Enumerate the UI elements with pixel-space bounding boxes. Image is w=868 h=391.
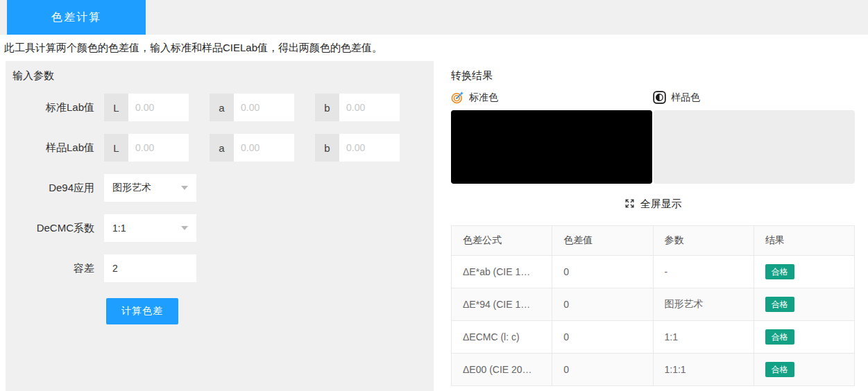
result-cell: 合格	[754, 256, 854, 288]
formula-cell: ΔE00 (CIE 20…	[452, 354, 552, 386]
standard-color-swatch	[451, 110, 652, 184]
table-row: ΔE*ab (CIE 1… 0 - 合格	[452, 256, 855, 288]
sample-l-input[interactable]	[128, 134, 189, 162]
value-cell: 0	[552, 321, 653, 354]
value-cell: 0	[552, 354, 653, 386]
sample-a-input[interactable]	[234, 134, 294, 162]
decmc-label: DeCMC系数	[12, 222, 104, 235]
table-row: ΔE00 (CIE 20… 0 1:1:1 合格	[452, 354, 855, 386]
sample-b-group: b	[315, 134, 400, 162]
sample-color-swatch	[654, 110, 855, 184]
standard-a-group: a	[210, 94, 294, 121]
decmc-row: DeCMC系数 1:1	[12, 214, 434, 242]
col-formula: 色差公式	[452, 226, 552, 256]
de94-row: De94应用 图形艺术	[12, 174, 434, 202]
pass-badge: 合格	[765, 264, 794, 279]
result-table: 色差公式 色差值 参数 结果 ΔE*ab (CIE 1… 0 - 合格 ΔE*9…	[451, 225, 855, 386]
tolerance-row: 容差	[12, 254, 434, 282]
tolerance-label: 容差	[12, 262, 104, 275]
table-row: ΔE*94 (CIE 1… 0 图形艺术 合格	[452, 288, 855, 321]
standard-a-input[interactable]	[234, 94, 294, 121]
lab-prefix-l: L	[104, 94, 128, 121]
param-cell: 1:1:1	[653, 354, 754, 386]
chevron-down-icon	[181, 226, 188, 230]
button-row: 计算色差	[12, 298, 434, 324]
standard-lab-row: 标准Lab值 L a b	[12, 94, 434, 121]
tab-label: 色差计算	[51, 10, 101, 25]
table-row: ΔECMC (l: c) 0 1:1 合格	[452, 321, 855, 354]
lab-prefix-b: b	[315, 94, 339, 121]
standard-l-group: L	[104, 94, 189, 121]
chevron-down-icon	[181, 186, 188, 190]
param-cell: -	[653, 256, 754, 288]
sample-b-input[interactable]	[339, 134, 400, 162]
decmc-selected-value: 1:1	[112, 223, 181, 234]
contrast-icon	[653, 91, 666, 104]
pass-badge: 合格	[765, 329, 794, 345]
input-panel: 输入参数 标准Lab值 L a b 样品Lab值 L a	[6, 61, 434, 391]
sample-lab-row: 样品Lab值 L a b	[12, 134, 434, 162]
de94-select[interactable]: 图形艺术	[104, 174, 196, 202]
lab-prefix-b: b	[315, 134, 339, 162]
param-cell: 图形艺术	[653, 288, 754, 321]
result-panel-title: 转换结果	[451, 69, 855, 82]
col-param: 参数	[653, 226, 754, 256]
tolerance-input[interactable]	[104, 254, 196, 282]
standard-b-input[interactable]	[339, 94, 400, 121]
lab-prefix-l: L	[104, 134, 128, 162]
de94-label: De94应用	[12, 182, 104, 195]
result-cell: 合格	[754, 321, 854, 354]
fullscreen-button[interactable]: 全屏显示	[451, 198, 855, 211]
swatches-row	[451, 110, 855, 184]
standard-b-group: b	[315, 94, 400, 121]
tab-color-difference[interactable]: 色差计算	[7, 0, 146, 35]
sample-a-group: a	[210, 134, 294, 162]
fullscreen-expand-icon	[624, 198, 636, 209]
formula-cell: ΔECMC (l: c)	[452, 321, 552, 354]
swatch-labels-row: 标准色 样品色	[451, 91, 855, 104]
result-cell: 合格	[754, 288, 854, 321]
lab-prefix-a: a	[210, 94, 234, 121]
sample-color-label-group: 样品色	[653, 91, 855, 104]
main-area: 输入参数 标准Lab值 L a b 样品Lab值 L a	[0, 61, 868, 391]
pass-badge: 合格	[765, 362, 794, 377]
sample-l-group: L	[104, 134, 189, 162]
formula-cell: ΔE*ab (CIE 1…	[452, 256, 552, 288]
result-panel: 转换结果 标准色 样品色	[451, 61, 868, 391]
decmc-select[interactable]: 1:1	[104, 214, 196, 242]
target-icon	[451, 91, 464, 104]
sample-lab-label: 样品Lab值	[12, 141, 104, 155]
param-cell: 1:1	[653, 321, 754, 354]
result-cell: 合格	[754, 354, 854, 386]
sample-color-label: 样品色	[671, 92, 700, 104]
col-value: 色差值	[552, 226, 653, 256]
lab-prefix-a: a	[210, 134, 234, 162]
standard-lab-label: 标准Lab值	[12, 101, 104, 114]
table-header-row: 色差公式 色差值 参数 结果	[452, 226, 855, 256]
col-result: 结果	[754, 226, 854, 256]
formula-cell: ΔE*94 (CIE 1…	[452, 288, 552, 321]
standard-color-label: 标准色	[469, 92, 498, 104]
fullscreen-label: 全屏显示	[640, 198, 682, 209]
tab-bar: 色差计算	[0, 0, 868, 35]
input-panel-title: 输入参数	[12, 69, 434, 82]
value-cell: 0	[552, 256, 653, 288]
pass-badge: 合格	[765, 297, 794, 312]
standard-color-label-group: 标准色	[451, 91, 653, 104]
value-cell: 0	[552, 288, 653, 321]
page-description: 此工具计算两个颜色的色差值，输入标准和样品CIELab值，得出两颜色的色差值。	[0, 35, 868, 61]
de94-selected-value: 图形艺术	[112, 182, 181, 194]
calculate-button[interactable]: 计算色差	[106, 298, 178, 324]
standard-l-input[interactable]	[128, 94, 189, 121]
